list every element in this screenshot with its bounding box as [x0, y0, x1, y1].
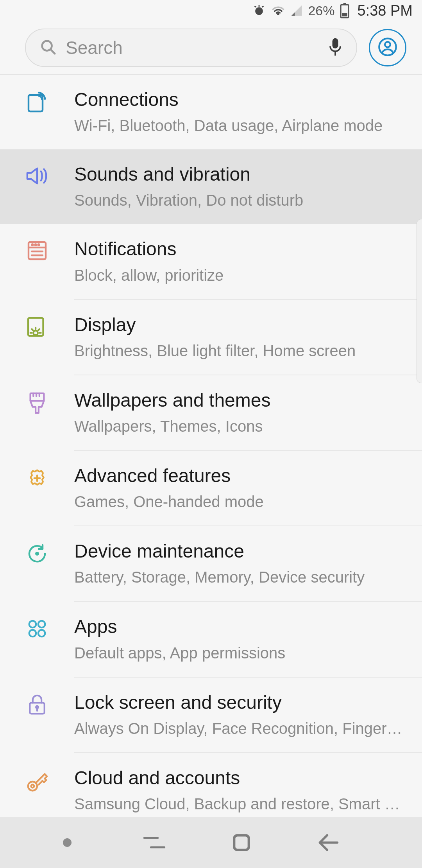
speaker-icon	[25, 166, 49, 188]
scroll-indicator[interactable]	[417, 219, 422, 383]
status-bar: 26% 5:38 PM	[0, 0, 422, 21]
brush-icon	[27, 392, 47, 416]
search-input[interactable]	[66, 37, 319, 58]
svg-point-32	[35, 552, 39, 556]
svg-point-14	[32, 244, 33, 246]
svg-point-41	[31, 784, 34, 787]
battery-icon	[340, 3, 349, 18]
settings-row-cloud[interactable]: Cloud and accountsSamsung Cloud, Backup …	[0, 753, 422, 828]
svg-rect-44	[234, 835, 249, 850]
svg-line-24	[38, 329, 39, 330]
svg-point-34	[38, 621, 45, 628]
row-title: Display	[74, 314, 402, 335]
battery-percent: 26%	[308, 3, 334, 18]
svg-rect-4	[342, 13, 347, 16]
search-icon	[39, 38, 57, 57]
refresh-circle-icon	[26, 543, 48, 566]
clock-time: 5:38 PM	[357, 2, 413, 19]
settings-row-sounds[interactable]: Sounds and vibrationSounds, Vibration, D…	[0, 149, 422, 224]
row-subtitle: Always On Display, Face Recognition, Fin…	[74, 719, 402, 738]
row-subtitle: Brightness, Blue light filter, Home scre…	[74, 341, 402, 360]
svg-point-36	[38, 630, 45, 637]
row-subtitle: Block, allow, prioritize	[74, 265, 402, 285]
settings-row-advanced[interactable]: Advanced featuresGames, One-handed mode	[0, 451, 422, 525]
settings-row-display[interactable]: DisplayBrightness, Blue light filter, Ho…	[0, 300, 422, 375]
wifi-icon	[271, 5, 285, 16]
sim-signal-icon	[27, 91, 47, 115]
svg-point-0	[255, 7, 263, 15]
svg-point-20	[33, 330, 38, 335]
row-subtitle: Samsung Cloud, Backup and restore, Smart…	[74, 794, 402, 814]
cell-signal-icon	[291, 5, 302, 16]
svg-line-25	[32, 329, 33, 330]
mic-icon[interactable]	[327, 37, 343, 59]
row-subtitle: Default apps, App permissions	[74, 643, 402, 663]
settings-row-wallpapers[interactable]: Wallpapers and themesWallpapers, Themes,…	[0, 375, 422, 450]
settings-row-apps[interactable]: AppsDefault apps, App permissions	[0, 602, 422, 676]
search-row	[0, 21, 422, 74]
row-title: Cloud and accounts	[74, 767, 402, 789]
row-title: Apps	[74, 616, 402, 637]
svg-rect-1	[259, 5, 260, 7]
settings-row-connections[interactable]: ConnectionsWi-Fi, Bluetooth, Data usage,…	[0, 75, 422, 149]
svg-rect-7	[333, 38, 338, 48]
settings-row-notifications[interactable]: NotificationsBlock, allow, prioritize	[0, 224, 422, 299]
svg-point-33	[29, 621, 36, 628]
svg-rect-3	[343, 3, 346, 5]
account-button[interactable]	[369, 29, 406, 66]
row-subtitle: Wi-Fi, Bluetooth, Data usage, Airplane m…	[74, 116, 402, 135]
settings-row-maintenance[interactable]: Device maintenanceBattery, Storage, Memo…	[0, 526, 422, 601]
search-field[interactable]	[25, 29, 357, 67]
panel-icon	[27, 240, 47, 262]
row-title: Wallpapers and themes	[74, 389, 402, 411]
key-icon	[25, 769, 49, 795]
gear-plus-icon	[26, 467, 48, 491]
system-nav-bar	[0, 817, 422, 868]
nav-home-button[interactable]	[198, 833, 285, 852]
row-subtitle: Wallpapers, Themes, Icons	[74, 416, 402, 436]
svg-point-15	[35, 244, 36, 246]
svg-point-35	[29, 630, 36, 637]
row-title: Connections	[74, 89, 402, 110]
lock-icon	[27, 694, 47, 717]
row-subtitle: Sounds, Vibration, Do not disturb	[74, 190, 402, 210]
brightness-tablet-icon	[27, 316, 48, 339]
svg-line-6	[51, 49, 55, 54]
row-subtitle: Games, One-handed mode	[74, 492, 402, 511]
settings-row-lockscreen[interactable]: Lock screen and securityAlways On Displa…	[0, 678, 422, 752]
nav-extra-button[interactable]	[23, 838, 111, 847]
svg-point-16	[38, 244, 39, 246]
row-title: Sounds and vibration	[74, 163, 402, 185]
row-title: Device maintenance	[74, 540, 402, 562]
row-title: Advanced features	[74, 465, 402, 486]
account-icon	[377, 37, 398, 59]
four-dots-icon	[27, 618, 48, 641]
nav-recents-button[interactable]	[111, 834, 198, 851]
settings-list: ConnectionsWi-Fi, Bluetooth, Data usage,…	[0, 74, 422, 828]
row-title: Notifications	[74, 238, 402, 260]
svg-point-10	[385, 42, 390, 47]
row-subtitle: Battery, Storage, Memory, Device securit…	[74, 567, 402, 587]
nav-back-button[interactable]	[285, 833, 372, 852]
dot-icon	[63, 838, 72, 847]
alarm-icon	[252, 4, 266, 17]
row-title: Lock screen and security	[74, 692, 402, 713]
